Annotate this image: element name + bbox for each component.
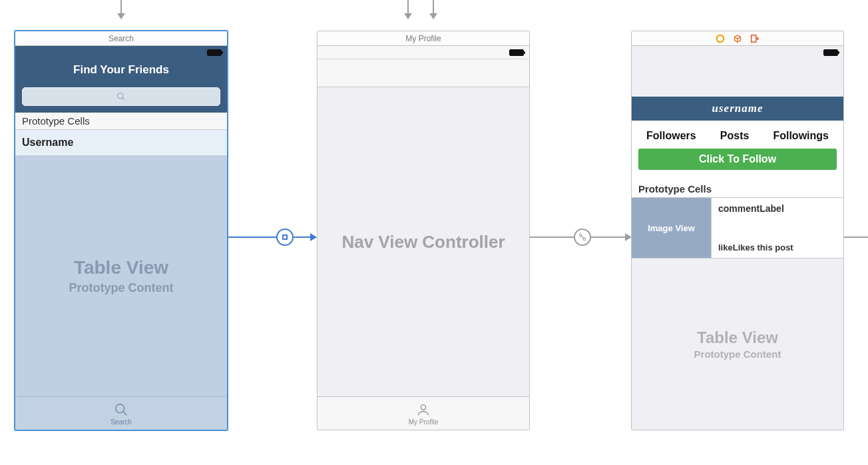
scene-title: My Profile (318, 31, 529, 46)
comment-label: commentLabel (718, 203, 837, 214)
svg-point-2 (116, 404, 124, 413)
segue-knob[interactable] (276, 229, 294, 246)
tableview-text: Table View (697, 328, 778, 347)
search-view-controller-scene[interactable]: Search Find Your Friends Prototype Cells… (15, 31, 228, 430)
battery-icon (207, 49, 222, 56)
status-bar (15, 46, 227, 59)
follow-button[interactable]: Click To Follow (638, 149, 837, 170)
tab-label: Search (110, 418, 132, 426)
tableview-subtext: Prototype Content (69, 281, 174, 295)
profile-view-controller-scene[interactable]: username Followers Posts Followings Clic… (631, 31, 844, 430)
svg-line-1 (122, 98, 124, 100)
tab-label: My Profile (409, 418, 438, 426)
follow-button-container: Click To Follow (632, 149, 843, 179)
class-indicator-icon (716, 34, 725, 43)
top-gap (632, 59, 843, 97)
username-prototype-cell[interactable]: Username (15, 130, 227, 156)
likes-label: likeLikes this post (718, 242, 837, 252)
post-prototype-cell[interactable]: Image View commentLabel likeLikes this p… (632, 197, 843, 258)
scene-title: Search (15, 31, 227, 46)
prototype-cells-label: Prototype Cells (632, 179, 843, 197)
search-icon (114, 402, 128, 417)
status-bar (632, 46, 843, 59)
segue-arrow-incoming (433, 0, 434, 19)
svg-line-7 (581, 236, 584, 238)
person-icon (416, 402, 431, 417)
segue-arrow-incoming (120, 0, 122, 19)
table-view-placeholder: Table View Prototype Content (632, 258, 843, 430)
segue[interactable] (530, 236, 631, 238)
segue-stub (844, 236, 868, 238)
status-bar (318, 46, 529, 59)
stats-row: Followers Posts Followings (632, 121, 843, 149)
segue[interactable] (228, 236, 316, 238)
table-view-placeholder: Table View Prototype Content (15, 156, 227, 396)
username-title-label: username (632, 97, 843, 121)
nav-controller-placeholder: Nav View Controller (318, 87, 529, 396)
svg-rect-9 (752, 35, 756, 43)
tableview-text: Table View (74, 257, 168, 278)
followers-label[interactable]: Followers (646, 130, 696, 142)
svg-point-0 (118, 93, 123, 99)
search-field[interactable] (22, 87, 220, 106)
likes-text: ikes this post (738, 242, 793, 252)
scene-title (632, 31, 843, 46)
storyboard-canvas[interactable]: Search Find Your Friends Prototype Cells… (0, 0, 868, 465)
nav-bar-title: Find Your Friends (15, 59, 227, 83)
followings-label[interactable]: Followings (773, 130, 829, 142)
battery-icon (509, 49, 524, 56)
svg-point-8 (717, 35, 724, 43)
exit-indicator-icon (750, 34, 760, 43)
relationship-icon (578, 232, 587, 242)
post-image-view: Image View (632, 198, 712, 258)
search-icon (116, 92, 126, 101)
prototype-cells-label: Prototype Cells (15, 113, 227, 130)
battery-icon (823, 49, 838, 56)
module-indicator-icon (733, 34, 742, 43)
nav-bar-empty (318, 59, 529, 87)
my-profile-nav-controller-scene[interactable]: My Profile Nav View Controller My Profil… (317, 31, 530, 430)
segue-arrow-incoming (407, 0, 409, 19)
arrowhead-icon (310, 233, 317, 241)
segue-knob[interactable] (574, 229, 591, 246)
posts-label[interactable]: Posts (720, 130, 750, 142)
svg-line-3 (123, 412, 127, 416)
tableview-subtext: Prototype Content (694, 348, 781, 360)
tab-bar[interactable]: Search (15, 396, 227, 430)
like-count-label: likeL (718, 242, 738, 252)
search-bar-container (15, 83, 227, 113)
svg-point-4 (421, 405, 425, 410)
tab-bar[interactable]: My Profile (318, 396, 529, 430)
